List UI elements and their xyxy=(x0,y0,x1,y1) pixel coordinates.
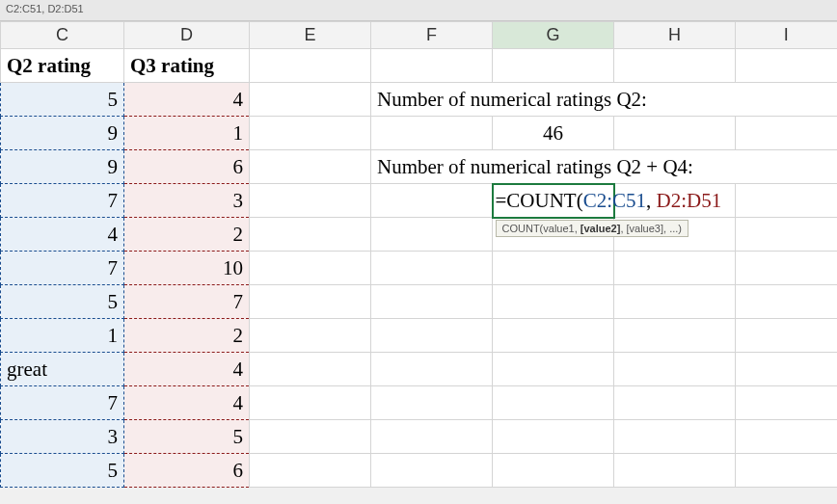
cell[interactable] xyxy=(371,49,493,83)
cell[interactable] xyxy=(250,285,371,319)
label-q2q4-count[interactable]: Number of numerical ratings Q2 + Q4: xyxy=(371,150,493,184)
cell[interactable] xyxy=(614,386,736,420)
formula-range2: D2:D51 xyxy=(657,189,722,212)
cell-C[interactable]: 5 xyxy=(1,83,124,117)
cell-D[interactable]: 10 xyxy=(124,252,250,285)
cell[interactable] xyxy=(250,49,371,83)
cell[interactable] xyxy=(250,386,371,420)
cell[interactable] xyxy=(493,454,614,488)
header-q2[interactable]: Q2 rating xyxy=(1,49,124,83)
cell[interactable] xyxy=(614,49,736,83)
cell-D[interactable]: 1 xyxy=(124,117,250,150)
col-header-I[interactable]: I xyxy=(736,22,838,49)
cell-D[interactable]: 6 xyxy=(124,454,250,488)
cell[interactable] xyxy=(736,454,838,488)
cell[interactable] xyxy=(736,83,838,117)
hint-fn: COUNT( xyxy=(502,223,544,234)
hint-rest: , [value3], ...) xyxy=(620,223,682,234)
cell-C[interactable]: 7 xyxy=(1,386,124,420)
cell[interactable] xyxy=(736,150,838,184)
cell-D[interactable]: 6 xyxy=(124,150,250,184)
cell[interactable] xyxy=(736,117,838,150)
cell[interactable] xyxy=(614,285,736,319)
col-header-E[interactable]: E xyxy=(250,22,371,49)
cell-D[interactable]: 2 xyxy=(124,319,250,353)
cell[interactable] xyxy=(371,319,493,353)
cell[interactable] xyxy=(371,420,493,454)
col-header-C[interactable]: C xyxy=(1,22,124,49)
cell-C[interactable]: great xyxy=(1,353,124,386)
cell[interactable] xyxy=(250,184,371,218)
cell[interactable] xyxy=(371,353,493,386)
name-box[interactable]: C2:C51, D2:D51 xyxy=(0,0,837,21)
cell[interactable] xyxy=(371,218,493,252)
cell[interactable] xyxy=(736,285,838,319)
cell[interactable] xyxy=(371,117,493,150)
cell[interactable] xyxy=(250,353,371,386)
cell-C[interactable]: 9 xyxy=(1,117,124,150)
cell[interactable] xyxy=(493,252,614,285)
cell[interactable] xyxy=(736,49,838,83)
cell[interactable] xyxy=(493,49,614,83)
cell[interactable] xyxy=(250,252,371,285)
cell-D[interactable]: 4 xyxy=(124,386,250,420)
cell[interactable] xyxy=(614,454,736,488)
cell-D[interactable]: 5 xyxy=(124,420,250,454)
cell[interactable] xyxy=(250,454,371,488)
cell-C[interactable]: 7 xyxy=(1,184,124,218)
cell[interactable] xyxy=(371,454,493,488)
cell[interactable] xyxy=(614,353,736,386)
cell[interactable] xyxy=(250,420,371,454)
cell[interactable] xyxy=(736,218,838,252)
col-header-D[interactable]: D xyxy=(124,22,250,49)
cell-C[interactable]: 5 xyxy=(1,454,124,488)
cell-D[interactable]: 7 xyxy=(124,285,250,319)
cell-C[interactable]: 1 xyxy=(1,319,124,353)
col-header-F[interactable]: F xyxy=(371,22,493,49)
value-q2-count[interactable]: 46 xyxy=(493,117,614,150)
cell-C[interactable]: 5 xyxy=(1,285,124,319)
cell[interactable] xyxy=(250,218,371,252)
cell[interactable] xyxy=(371,184,493,218)
cell[interactable] xyxy=(250,83,371,117)
label-q2-count[interactable]: Number of numerical ratings Q2: xyxy=(371,83,493,117)
cell[interactable] xyxy=(736,420,838,454)
cell[interactable] xyxy=(736,319,838,353)
cell-D[interactable]: 3 xyxy=(124,184,250,218)
header-q3[interactable]: Q3 rating xyxy=(124,49,250,83)
column-header-row: C D E F G H I xyxy=(1,22,838,49)
cell-D[interactable]: 2 xyxy=(124,218,250,252)
cell[interactable] xyxy=(736,252,838,285)
table-row: 5 6 xyxy=(1,454,838,488)
cell[interactable] xyxy=(493,353,614,386)
cell[interactable] xyxy=(250,117,371,150)
cell-C[interactable]: 4 xyxy=(1,218,124,252)
cell-D[interactable]: 4 xyxy=(124,83,250,117)
formula-cell[interactable]: =COUNT(C2:C51, D2:D51 COUNT(value1, [val… xyxy=(493,184,614,218)
cell[interactable] xyxy=(614,319,736,353)
cell[interactable] xyxy=(736,184,838,218)
cell-D[interactable]: 4 xyxy=(124,353,250,386)
cell[interactable] xyxy=(614,117,736,150)
cell[interactable] xyxy=(736,353,838,386)
cell[interactable] xyxy=(614,420,736,454)
cell[interactable] xyxy=(614,252,736,285)
cell[interactable] xyxy=(493,285,614,319)
cell[interactable] xyxy=(493,319,614,353)
table-row: 7 4 xyxy=(1,386,838,420)
cell[interactable] xyxy=(371,386,493,420)
cell[interactable] xyxy=(493,386,614,420)
cell[interactable] xyxy=(736,386,838,420)
cell[interactable] xyxy=(371,252,493,285)
cell-C[interactable]: 3 xyxy=(1,420,124,454)
spreadsheet-grid[interactable]: C D E F G H I Q2 rating Q3 rating 5 4 Nu… xyxy=(0,21,837,488)
cell[interactable] xyxy=(493,420,614,454)
cell[interactable] xyxy=(250,150,371,184)
col-header-G[interactable]: G xyxy=(493,22,614,49)
cell-C[interactable]: 7 xyxy=(1,252,124,285)
table-row: 4 2 xyxy=(1,218,838,252)
col-header-H[interactable]: H xyxy=(614,22,736,49)
cell[interactable] xyxy=(371,285,493,319)
cell[interactable] xyxy=(250,319,371,353)
cell-C[interactable]: 9 xyxy=(1,150,124,184)
